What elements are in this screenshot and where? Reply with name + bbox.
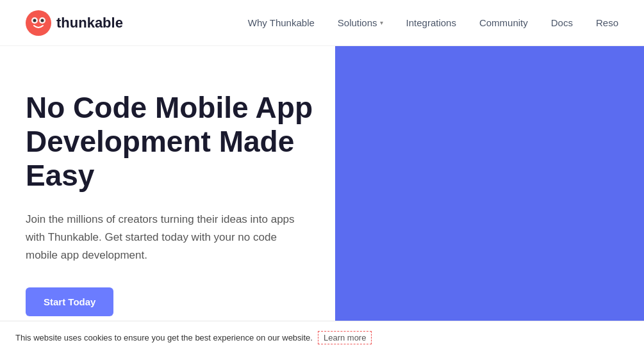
navbar: thunkable Why Thunkable Solutions ▾ Inte… — [0, 0, 644, 46]
svg-point-0 — [26, 10, 51, 36]
start-today-button[interactable]: Start Today — [26, 287, 113, 316]
cookie-text: This website uses cookies to ensure you … — [15, 333, 313, 342]
svg-point-4 — [41, 19, 44, 22]
logo-icon — [26, 10, 51, 36]
logo-link[interactable]: thunkable — [26, 10, 123, 36]
nav-link-why-thunkable[interactable]: Why Thunkable — [248, 17, 315, 28]
cookie-banner: This website uses cookies to ensure you … — [0, 321, 644, 354]
hero-subtitle: Join the millions of creators turning th… — [26, 211, 295, 264]
nav-link-solutions[interactable]: Solutions ▾ — [338, 17, 383, 28]
hero-section: No Code Mobile App Development Made Easy… — [0, 46, 644, 321]
hero-content: No Code Mobile App Development Made Easy… — [26, 84, 334, 316]
nav-links: Why Thunkable Solutions ▾ Integrations C… — [248, 17, 618, 28]
nav-link-integrations[interactable]: Integrations — [406, 17, 456, 28]
svg-point-3 — [33, 19, 37, 22]
hero-blue-box — [335, 46, 644, 321]
nav-link-reso[interactable]: Reso — [596, 17, 618, 28]
cookie-learn-more-link[interactable]: Learn more — [318, 331, 372, 344]
nav-link-community[interactable]: Community — [479, 17, 528, 28]
logo-text: thunkable — [56, 15, 123, 31]
nav-link-docs[interactable]: Docs — [551, 17, 573, 28]
hero-title: No Code Mobile App Development Made Easy — [26, 91, 334, 193]
chevron-down-icon: ▾ — [380, 19, 383, 26]
hero-visual — [335, 46, 644, 321]
